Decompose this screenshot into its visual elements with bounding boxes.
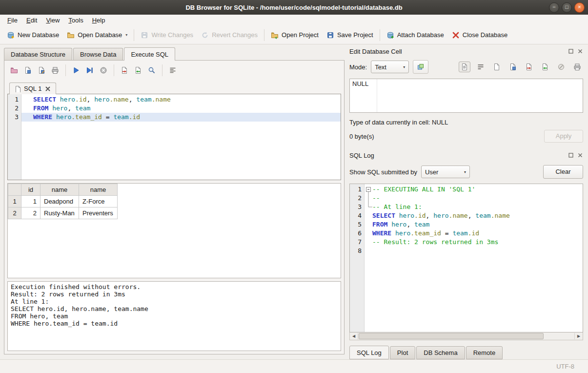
menu-edit[interactable]: Edit <box>22 15 41 25</box>
menu-help[interactable]: Help <box>88 15 110 25</box>
fold-spacer <box>365 247 372 255</box>
external-editor-button[interactable] <box>413 60 428 74</box>
log-line: -- EXECUTING ALL IN 'SQL 1' <box>365 185 583 194</box>
table-cell[interactable]: Rusty-Man <box>41 207 79 219</box>
chevron-down-icon: ▾ <box>464 170 466 174</box>
scroll-right-icon[interactable]: ▶ <box>574 333 583 339</box>
import-cell-button[interactable] <box>539 62 551 72</box>
column-header[interactable]: name <box>79 184 118 196</box>
fold-box-icon[interactable] <box>365 185 372 194</box>
sql-tab-1[interactable]: SQL 1 <box>9 83 56 94</box>
set-null-button[interactable] <box>555 62 567 72</box>
toolbar-separator <box>162 64 162 76</box>
table-cell[interactable]: 2 <box>21 207 41 219</box>
dock-close-icon[interactable] <box>577 48 583 54</box>
toolbar-separator <box>380 29 380 41</box>
line-number: 6 <box>350 229 362 238</box>
log-filter-value: User <box>425 168 438 176</box>
text-mode-button[interactable] <box>459 62 470 72</box>
menu-view[interactable]: View <box>41 15 64 25</box>
dock-tab-remote[interactable]: Remote <box>466 346 503 359</box>
cell-editor[interactable]: NULL <box>349 79 583 113</box>
save-sql-file-as-button[interactable] <box>36 65 47 76</box>
table-cell[interactable]: Preventers <box>79 207 118 219</box>
save-sql-file-button[interactable] <box>22 65 34 76</box>
attach-database-button[interactable]: Attach Database <box>383 29 448 41</box>
clear-button[interactable]: Clear <box>543 165 583 179</box>
edit-cell-header: Edit Database Cell <box>349 46 583 56</box>
save-sql-file-as-icon <box>38 66 45 74</box>
fold-corner-icon[interactable] <box>365 203 372 211</box>
new-database-button[interactable]: New Database <box>3 29 63 41</box>
titlebar: DB Browser for SQLite - /home/user/code/… <box>0 0 588 15</box>
export-cell-button[interactable] <box>523 62 535 72</box>
dock-close-icon[interactable] <box>577 152 583 158</box>
line-number: 5 <box>350 220 362 229</box>
tab-close-icon[interactable] <box>44 85 51 92</box>
word-wrap-icon <box>477 63 485 71</box>
sql-editor[interactable]: 123 SELECT hero.id, hero.name, team.name… <box>7 94 341 180</box>
column-header[interactable]: name <box>41 184 79 196</box>
sql-log-view[interactable]: 12345678 -- EXECUTING ALL IN 'SQL 1'----… <box>349 184 583 332</box>
execute-line-button[interactable] <box>84 65 96 76</box>
save-project-icon <box>326 31 334 39</box>
export-cell-icon <box>525 63 533 71</box>
results-table[interactable]: idnamename 11DeadpondZ-Force22Rusty-ManP… <box>8 184 118 219</box>
tab-database-structure[interactable]: Database Structure <box>4 48 72 61</box>
toolbar-separator <box>65 64 66 76</box>
table-cell[interactable]: Deadpond <box>41 196 79 207</box>
toolbar-button-label: Close Database <box>463 31 508 39</box>
dock-tab-db-schema[interactable]: DB Schema <box>416 346 465 359</box>
line-number: 2 <box>8 104 19 113</box>
find-replace-icon <box>148 66 156 74</box>
open-sql-file-button[interactable] <box>8 65 20 76</box>
results-header-row: idnamename <box>8 184 118 196</box>
scroll-left-icon[interactable]: ◀ <box>350 333 358 339</box>
close-button[interactable]: × <box>574 2 585 13</box>
tab-execute-sql[interactable]: Execute SQL <box>124 47 175 61</box>
log-line: -- <box>365 194 583 203</box>
table-cell[interactable]: 1 <box>21 196 41 207</box>
save-file-button[interactable] <box>507 62 519 72</box>
export-sql-button[interactable] <box>119 65 130 76</box>
editor-code[interactable]: SELECT hero.id, hero.name, team.nameFROM… <box>21 94 341 180</box>
import-cell-icon <box>541 63 549 71</box>
close-database-button[interactable]: Close Database <box>448 29 512 41</box>
toolbar-button-label: Revert Changes <box>212 31 258 39</box>
stop-button[interactable] <box>98 65 109 76</box>
encoding-indicator: UTF-8 <box>556 363 574 370</box>
dropdown-arrow-icon[interactable]: ▾ <box>125 33 127 37</box>
open-file-button[interactable] <box>491 62 503 72</box>
dock-tab-sql-log[interactable]: SQL Log <box>349 346 389 359</box>
minimize-button[interactable]: − <box>549 2 559 13</box>
save-project-button[interactable]: Save Project <box>323 29 377 41</box>
table-cell[interactable]: Z-Force <box>79 196 118 207</box>
format-sql-button[interactable] <box>167 65 179 76</box>
editor-line: WHERE hero.team_id = team.id <box>21 113 341 122</box>
print-cell-button[interactable] <box>571 62 583 72</box>
mode-select[interactable]: Text ▾ <box>371 61 409 73</box>
column-header[interactable]: id <box>21 184 41 196</box>
open-database-button[interactable]: Open Database▾ <box>63 29 131 41</box>
maximize-button[interactable]: □ <box>562 2 572 13</box>
open-database-icon <box>67 31 75 39</box>
float-icon[interactable] <box>568 152 574 158</box>
fold-spacer <box>365 238 372 247</box>
horizontal-scrollbar[interactable]: ◀ ▶ <box>349 332 583 340</box>
menu-file[interactable]: File <box>3 15 22 25</box>
log-filter-select[interactable]: User ▾ <box>421 166 470 178</box>
execute-all-button[interactable] <box>70 65 82 76</box>
sql-log-title: SQL Log <box>349 152 568 159</box>
scrollbar-thumb[interactable] <box>359 333 544 339</box>
open-project-button[interactable]: Open Project <box>267 29 323 41</box>
tab-browse-data[interactable]: Browse Data <box>73 48 123 61</box>
word-wrap-button[interactable] <box>475 62 487 72</box>
import-sql-button[interactable] <box>132 65 144 76</box>
menu-tools[interactable]: Tools <box>64 15 87 25</box>
dock-tab-plot[interactable]: Plot <box>390 346 415 359</box>
find-replace-button[interactable] <box>146 65 158 76</box>
fold-bar-icon[interactable] <box>365 194 372 203</box>
print-button[interactable] <box>49 65 61 76</box>
cell-type-text: Type of data currently in cell: NULL <box>349 119 583 126</box>
float-icon[interactable] <box>568 48 574 54</box>
